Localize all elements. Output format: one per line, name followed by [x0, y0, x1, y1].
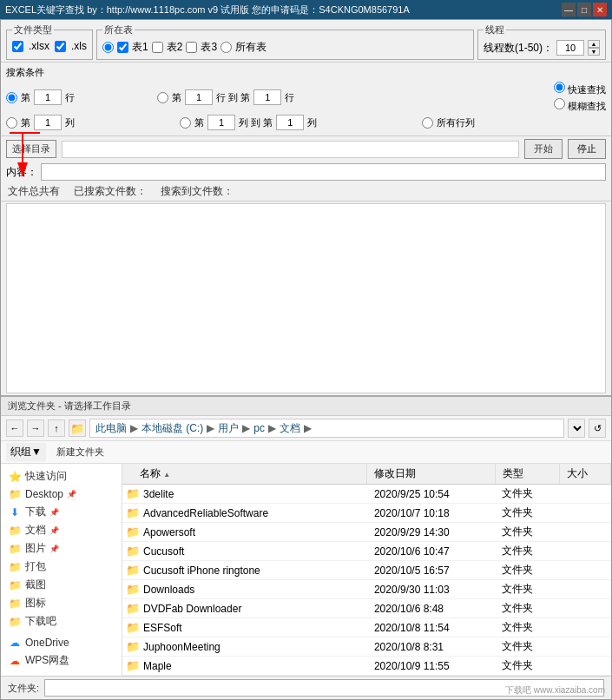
stop-button[interactable]: 停止 — [568, 139, 606, 159]
sidebar-documents[interactable]: 📁 文档 📌 — [1, 521, 122, 539]
title-bar: EXCEL关键字查找 by：http://www.1118pc.com v9 试… — [0, 0, 612, 19]
breadcrumb-pc[interactable]: 此电脑 — [95, 421, 127, 436]
row-radio1[interactable] — [6, 92, 17, 103]
col-name[interactable]: 名称 ▲ — [122, 464, 367, 485]
pack-folder-icon: 📁 — [8, 560, 22, 574]
onedrive-icon: ☁ — [8, 636, 22, 650]
sidebar-icons[interactable]: 📁 图标 — [1, 594, 122, 612]
sidebar-desktop[interactable]: 📁 Desktop 📌 — [1, 485, 122, 503]
col-date[interactable]: 修改日期 — [367, 464, 495, 485]
breadcrumb-pc2[interactable]: pc — [253, 422, 265, 434]
radio-all-selected[interactable] — [102, 42, 114, 53]
sidebar-downloadbar[interactable]: 📁 下载吧 — [1, 612, 122, 631]
back-button[interactable]: ← — [6, 419, 23, 437]
table-row[interactable]: 📁3delite 2020/9/25 10:54 文件夹 — [122, 485, 611, 504]
organize-button[interactable]: 织组▼ — [6, 443, 46, 461]
file-size-cell — [560, 618, 611, 637]
file-date-cell: 2020/10/8 11:54 — [367, 618, 495, 637]
window-controls: — □ ✕ — [562, 3, 607, 17]
col-input-1[interactable] — [34, 115, 62, 130]
fast-search-radio[interactable] — [554, 82, 565, 93]
downloadbar-folder-icon: 📁 — [8, 615, 22, 629]
col-from-input[interactable] — [207, 115, 235, 130]
table-row[interactable]: 📁Apowersoft 2020/9/29 14:30 文件夹 — [122, 523, 611, 542]
file-date-cell: 2020/10/7 10:18 — [367, 504, 495, 523]
screenshot-label: 截图 — [25, 578, 46, 592]
star-icon: ⭐ — [8, 470, 22, 484]
title-text: EXCEL关键字查找 by：http://www.1118pc.com v9 试… — [5, 3, 410, 17]
organize-label: 织组▼ — [10, 445, 42, 459]
sep3: ▶ — [242, 422, 250, 434]
sidebar-screenshot[interactable]: 📁 截图 — [1, 576, 122, 594]
breadcrumb-docs[interactable]: 文档 — [280, 421, 300, 436]
folder-icon: 📁 — [126, 564, 140, 577]
thread-input[interactable] — [556, 40, 584, 56]
thread-up-btn[interactable]: ▲ — [588, 40, 600, 48]
table-row[interactable]: 📁AdvancedReliableSoftware 2020/10/7 10:1… — [122, 504, 611, 523]
sheet2-checkbox[interactable] — [152, 42, 163, 53]
file-size-cell — [560, 542, 611, 561]
start-button[interactable]: 开始 — [524, 139, 563, 159]
onedrive-label: OneDrive — [25, 637, 69, 649]
fuzzy-search-radio[interactable] — [554, 98, 565, 109]
file-table-container: 名称 ▲ 修改日期 类型 大小 📁3delite 2020/9/25 10:54… — [122, 464, 611, 676]
xlsx-checkbox[interactable] — [12, 41, 23, 52]
documents-label: 文档 — [25, 523, 46, 538]
table-row[interactable]: 📁JuphoonMeeting 2020/10/8 8:31 文件夹 — [122, 637, 611, 657]
table-row[interactable]: 📁DVDFab Downloader 2020/10/6 8:48 文件夹 — [122, 599, 611, 618]
col-radio2[interactable] — [180, 117, 191, 129]
table-row[interactable]: 📁Maple 2020/10/9 11:55 文件夹 — [122, 657, 611, 676]
file-size-cell — [560, 637, 611, 657]
table-row[interactable]: 📁Cucusoft 2020/10/6 10:47 文件夹 — [122, 542, 611, 561]
col-radio-all[interactable] — [422, 117, 433, 129]
file-size-cell — [560, 599, 611, 618]
close-button[interactable]: ✕ — [593, 3, 607, 17]
path-dropdown[interactable] — [568, 419, 585, 438]
found-files-label: 搜索到文件数： — [161, 184, 234, 199]
table-row[interactable]: 📁ESFSoft 2020/10/8 11:54 文件夹 — [122, 618, 611, 637]
col-size[interactable]: 大小 — [560, 464, 611, 485]
maximize-button[interactable]: □ — [577, 3, 591, 17]
content-input[interactable] — [41, 163, 606, 181]
file-browser: 浏览文件夹 - 请选择工作目录 ← → ↑ 📁 此电脑 ▶ 本地磁盘 (C:) … — [1, 395, 611, 699]
quick-access-label: 快速访问 — [25, 469, 67, 484]
refresh-button[interactable]: ↺ — [589, 419, 606, 438]
up-button[interactable]: ↑ — [48, 419, 65, 437]
sidebar-pictures[interactable]: 📁 图片 📌 — [1, 539, 122, 558]
new-folder-button[interactable]: 新建文件夹 — [53, 445, 108, 459]
thread-legend: 线程 — [484, 23, 506, 36]
sidebar-pack[interactable]: 📁 打包 — [1, 558, 122, 576]
row-to-input[interactable] — [253, 89, 281, 105]
row-input-1[interactable] — [34, 89, 62, 105]
minimize-button[interactable]: — — [562, 3, 576, 17]
thread-down-btn[interactable]: ▼ — [588, 48, 600, 56]
pin-icon-download: 📌 — [49, 508, 59, 517]
select-dir-button[interactable]: 选择目录 — [6, 140, 56, 158]
sidebar-wps[interactable]: ☁ WPS网盘 — [1, 651, 122, 670]
table-row[interactable]: 📁Downloads 2020/9/30 11:03 文件夹 — [122, 580, 611, 599]
row-from-input[interactable] — [185, 89, 213, 105]
row-radio2[interactable] — [157, 92, 168, 103]
breadcrumb-c[interactable]: 本地磁盘 (C:) — [141, 421, 203, 436]
file-name-cell: 📁Cucusoft — [122, 542, 367, 561]
all-sheets-label: 所有表 — [235, 40, 267, 55]
dir-content-area: 选择目录 开始 停止 内容： — [1, 136, 611, 182]
sheet1-checkbox[interactable] — [117, 42, 128, 53]
file-type-cell: 文件夹 — [495, 504, 560, 523]
table-row[interactable]: 📁Cucusoft iPhone ringtone 2020/10/5 16:5… — [122, 561, 611, 580]
file-size-cell — [560, 657, 611, 676]
xls-label: .xls — [71, 40, 87, 52]
sheet3-checkbox[interactable] — [186, 42, 197, 53]
folder-icon: 📁 — [126, 525, 140, 538]
folder-icon-btn[interactable]: 📁 — [69, 419, 86, 437]
radio-all-sheets[interactable] — [220, 42, 232, 53]
xls-checkbox[interactable] — [55, 41, 66, 52]
sidebar-onedrive: ☁ OneDrive — [1, 634, 122, 651]
col-to-input[interactable] — [276, 115, 304, 130]
forward-button[interactable]: → — [27, 419, 44, 437]
col-radio1[interactable] — [6, 117, 17, 129]
col-type[interactable]: 类型 — [495, 464, 560, 485]
breadcrumb-users[interactable]: 用户 — [218, 421, 239, 436]
location-options: 表1 表2 表3 所有表 — [102, 40, 468, 55]
sidebar-download[interactable]: ⬇ 下载 📌 — [1, 503, 122, 521]
